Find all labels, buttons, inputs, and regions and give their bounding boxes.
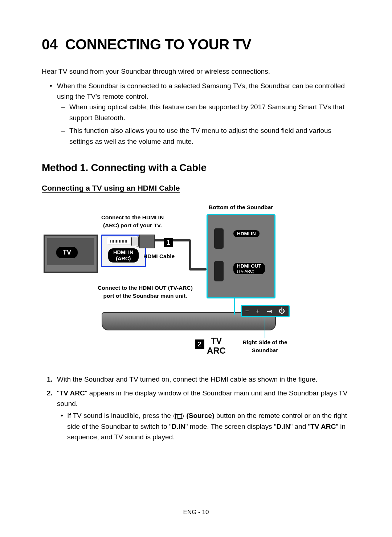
- dash-list: When using optical cable, this feature c…: [57, 102, 350, 147]
- callout-line-icon: [234, 298, 235, 315]
- steps-list: With the Soundbar and TV turned on, conn…: [42, 374, 350, 443]
- soundbar-side-controls: − + ⇥ ⏻: [241, 305, 290, 317]
- hdmi-cable-caption: HDMI Cable: [143, 252, 175, 260]
- label-sub: (TV-ARC): [237, 269, 261, 273]
- text-bold: (Source): [186, 412, 214, 419]
- text-fragment: " mode. The screen displays ": [185, 423, 277, 430]
- section-heading: 04 CONNECTING TO YOUR TV: [42, 36, 350, 53]
- hdmi-out-label: HDMI OUT (TV-ARC): [233, 263, 265, 274]
- text-fragment: " appears in the display window of the S…: [57, 389, 347, 407]
- soundbar-bottom-frame: [207, 214, 275, 298]
- cable-segment-icon: [189, 268, 207, 270]
- caption-line: Soundbar: [252, 347, 278, 353]
- text-fragment: If TV sound is inaudible, press the: [67, 412, 173, 419]
- bullet-text: When the Soundbar is connected to a sele…: [57, 82, 345, 100]
- caption-line: Connect to the HDMI IN: [101, 214, 164, 220]
- section-number: 04: [42, 36, 58, 52]
- tv-hdmi-port-icon: [108, 238, 130, 244]
- subsub-heading: Connecting a TV using an HDMI Cable: [42, 184, 350, 192]
- label-line: TV: [211, 336, 222, 346]
- step-marker-1: 1: [164, 238, 173, 247]
- list-item: When using optical cable, this feature c…: [69, 102, 350, 123]
- hdmi-in-port-icon: [214, 228, 224, 249]
- text-bold: D.IN: [276, 423, 290, 430]
- intro-bullet-list: When the Soundbar is connected to a sele…: [42, 81, 350, 147]
- hdmi-plug-icon: [131, 236, 139, 247]
- hdmi-out-port-icon: [214, 261, 224, 281]
- connect-hdmi-in-caption: Connect to the HDMI IN (ARC) port of you…: [85, 213, 180, 229]
- connection-diagram: Bottom of the Soundbar Connect to the HD…: [42, 203, 350, 363]
- callout-line-icon: [265, 317, 265, 338]
- hdmi-in-arc-label: HDMI IN (ARC): [108, 248, 139, 263]
- source-button-icon: [173, 413, 184, 419]
- text-bold: TV ARC: [310, 423, 336, 430]
- label-line: HDMI IN: [113, 249, 134, 255]
- page-footer: ENG - 10: [0, 509, 392, 516]
- connect-hdmi-out-caption: Connect to the HDMI OUT (TV-ARC) port of…: [94, 284, 196, 300]
- list-item: "TV ARC" appears in the display window o…: [57, 388, 350, 443]
- text-fragment: ": [57, 389, 60, 397]
- text-fragment: " and ": [290, 423, 310, 430]
- list-item: If TV sound is inaudible, press the (Sou…: [67, 410, 350, 442]
- power-icon: ⏻: [279, 308, 285, 315]
- text-bold: D.IN: [172, 423, 185, 430]
- inner-bullet-list: If TV sound is inaudible, press the (Sou…: [57, 410, 350, 442]
- section-title: CONNECTING TO YOUR TV: [65, 36, 252, 52]
- caption-line: Right Side of the: [242, 339, 287, 345]
- caption-line: (ARC) port of your TV.: [103, 222, 162, 228]
- hdmi-in-label: HDMI IN: [233, 230, 260, 237]
- label-line: ARC: [207, 346, 226, 355]
- method-heading: Method 1. Connecting with a Cable: [42, 162, 350, 174]
- cable-segment-icon: [189, 240, 191, 269]
- list-item: This function also allows you to use the…: [69, 125, 350, 147]
- source-icon: ⇥: [267, 308, 272, 315]
- volume-up-icon: +: [256, 308, 260, 315]
- caption-line: Connect to the HDMI OUT (TV-ARC): [98, 285, 193, 291]
- tv-label: TV: [56, 247, 78, 258]
- hdmi-plug-body-icon: [139, 235, 155, 248]
- right-side-caption: Right Side of the Soundbar: [238, 338, 292, 354]
- label-line: (ARC): [116, 256, 131, 261]
- tv-arc-display-label: TV ARC: [207, 336, 226, 355]
- caption-line: port of the Soundbar main unit.: [103, 293, 187, 299]
- list-item: With the Soundbar and TV turned on, conn…: [57, 374, 350, 385]
- list-item: When the Soundbar is connected to a sele…: [57, 81, 350, 147]
- intro-text: Hear TV sound from your Soundbar through…: [42, 66, 350, 77]
- text-bold: TV ARC: [60, 389, 85, 397]
- label-line: HDMI OUT: [237, 263, 261, 269]
- soundbar-bottom-caption: Bottom of the Soundbar: [209, 203, 273, 211]
- step-marker-2: 2: [195, 339, 204, 349]
- volume-down-icon: −: [245, 308, 249, 315]
